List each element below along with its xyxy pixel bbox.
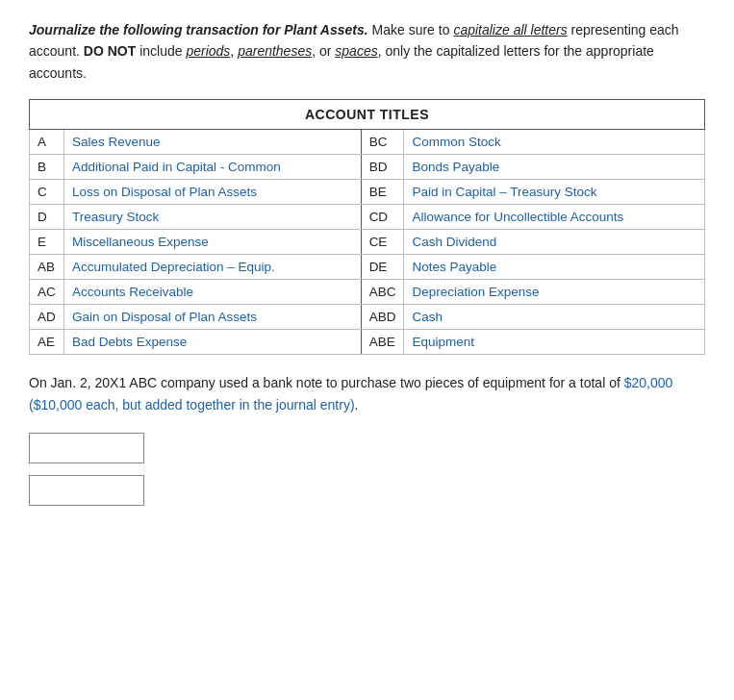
left-name-cell: Bad Debts Expense [64,330,362,355]
right-code-cell: ABC [361,280,404,305]
right-code-cell: BD [361,155,404,180]
instructions-text: Journalize the following transaction for… [29,19,705,84]
table-row: BAdditional Paid in Capital - CommonBDBo… [30,155,705,180]
scenario-paragraph: On Jan. 2, 20X1 ABC company used a bank … [29,372,705,415]
left-name-cell: Additional Paid in Capital - Common [64,155,362,180]
instructions-comma1: , [230,43,238,59]
table-row: ADGain on Disposal of Plan AssetsABDCash [30,305,705,330]
right-name-cell: Allowance for Uncollectible Accounts [404,205,705,230]
left-name-cell: Accumulated Depreciation – Equip. [64,255,362,280]
right-name-cell: Cash [404,305,705,330]
right-code-cell: ABD [361,305,404,330]
right-code-cell: CE [361,230,404,255]
left-code-cell: A [30,130,64,155]
table-header-row: ACCOUNT TITLES [30,100,705,130]
right-code-cell: BE [361,180,404,205]
table-row: ACAccounts ReceivableABCDepreciation Exp… [30,280,705,305]
instructions-donot: DO NOT [84,43,136,59]
right-name-cell: Common Stock [404,130,705,155]
right-name-cell: Cash Dividend [404,230,705,255]
right-name-cell: Bonds Payable [404,155,705,180]
left-code-cell: B [30,155,64,180]
right-code-cell: ABE [361,330,404,355]
answer-input-2[interactable] [29,475,144,506]
right-name-cell: Equipment [404,330,705,355]
instructions-bold-italic: Journalize the following transaction for… [29,22,368,38]
left-name-cell: Gain on Disposal of Plan Assets [64,305,362,330]
left-code-cell: E [30,230,64,255]
answer-input-1[interactable] [29,433,144,463]
left-name-cell: Miscellaneous Expense [64,230,362,255]
scenario-after-blue: . [355,397,359,412]
instructions-parentheses: parentheses [238,43,312,59]
table-row: CLoss on Disposal of Plan AssetsBEPaid i… [30,180,705,205]
scenario-before-blue: On Jan. 2, 20X1 ABC company used a bank … [29,375,624,390]
left-name-cell: Sales Revenue [64,130,362,155]
right-code-cell: CD [361,205,404,230]
right-name-cell: Notes Payable [404,255,705,280]
left-name-cell: Accounts Receivable [64,280,362,305]
table-row: ABAccumulated Depreciation – Equip.DENot… [30,255,705,280]
right-name-cell: Paid in Capital – Treasury Stock [404,180,705,205]
instructions-part2: Make sure to [372,22,454,38]
instructions-part4: include [139,43,186,59]
instructions-comma2: , or [312,43,335,59]
instructions-capitalize: capitalize all letters [453,22,567,38]
left-name-cell: Loss on Disposal of Plan Assets [64,180,362,205]
right-name-cell: Depreciation Expense [404,280,705,305]
account-titles-table: ACCOUNT TITLES ASales RevenueBCCommon St… [29,99,705,355]
left-name-cell: Treasury Stock [64,205,362,230]
left-code-cell: AC [30,280,64,305]
left-code-cell: AD [30,305,64,330]
left-code-cell: AE [30,330,64,355]
right-code-cell: BC [361,130,404,155]
table-header: ACCOUNT TITLES [30,100,705,130]
left-code-cell: D [30,205,64,230]
instructions-periods: periods [186,43,230,59]
right-code-cell: DE [361,255,404,280]
instructions-spaces: spaces [335,43,377,59]
table-row: DTreasury StockCDAllowance for Uncollect… [30,205,705,230]
left-code-cell: AB [30,255,64,280]
table-row: AEBad Debts ExpenseABEEquipment [30,330,705,355]
left-code-cell: C [30,180,64,205]
table-row: EMiscellaneous ExpenseCECash Dividend [30,230,705,255]
table-row: ASales RevenueBCCommon Stock [30,130,705,155]
